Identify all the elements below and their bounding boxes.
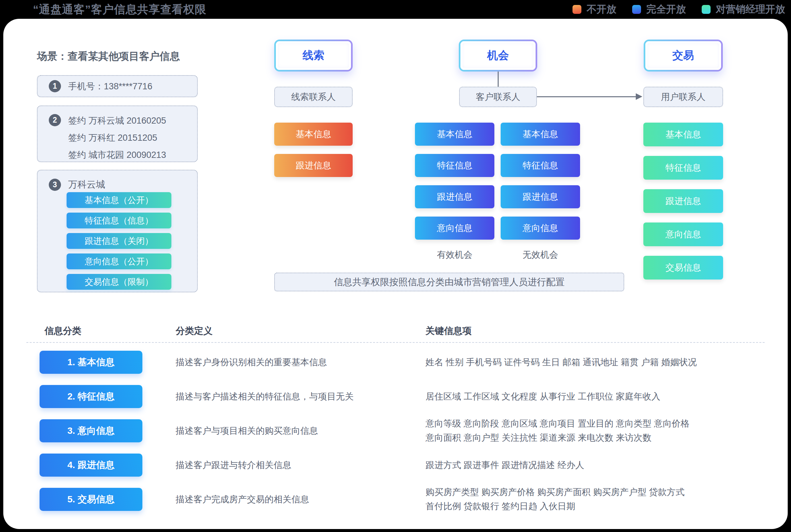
category-button: 1. 基本信息 <box>40 351 142 374</box>
key-items-line: 意向等级 意向阶段 意向区域 意向项目 置业目的 意向类型 意向价格 <box>425 417 785 431</box>
key-items-line: 意向面积 意向户型 关注抗性 渠道来源 来电次数 来访次数 <box>425 431 785 445</box>
category-button: 2. 特征信息 <box>40 385 142 408</box>
column-header-key-items: 关键信息项 <box>425 325 471 337</box>
infographic-page: “通盘通客”客户信息共享查看权限 不开放 完全开放 对营销经理开放 场景：查看某… <box>0 0 791 532</box>
legend-item-not-open: 不开放 <box>573 3 616 16</box>
step-1-badge-icon: 1 <box>49 80 61 92</box>
category-button: 5. 交易信息 <box>40 488 142 511</box>
page-title: “通盘通客”客户信息共享查看权限 <box>33 2 206 17</box>
step-1-text: 手机号：138****7716 <box>68 80 152 92</box>
valid-opportunity-box: 基本信息 <box>415 122 495 146</box>
contract-line: 签约 万科红 20151205 <box>68 129 197 146</box>
valid-opportunity-box: 意向信息 <box>415 216 495 240</box>
step-2-badge-icon: 2 <box>49 114 61 126</box>
deal-info-box: 意向信息 <box>643 223 723 246</box>
scenario-title: 场景：查看某其他项目客户信息 <box>37 50 180 63</box>
deal-info-box: 基本信息 <box>643 122 723 146</box>
top-bar: “通盘通客”客户信息共享查看权限 不开放 完全开放 对营销经理开放 <box>0 0 791 19</box>
table-row: 2. 特征信息 描述与客户描述相关的特征信息，与项目无关 居住区域 工作区域 文… <box>0 385 791 408</box>
permission-bar: 交易信息（限制） <box>66 274 171 290</box>
deal-title: 交易 <box>645 41 721 70</box>
project-name: 万科云城 <box>68 178 105 191</box>
arrow-right-icon <box>636 93 642 100</box>
table-row: 1. 基本信息 描述客户身份识别相关的重要基本信息 姓名 性别 手机号码 证件号… <box>0 351 791 374</box>
category-definition: 描述与客户描述相关的特征信息，与项目无关 <box>176 385 413 408</box>
valid-opportunity-label: 有效机会 <box>415 248 495 261</box>
valid-opportunity-box: 特征信息 <box>415 154 495 177</box>
valid-opportunity-box: 跟进信息 <box>415 185 495 208</box>
table-row: 4. 跟进信息 描述客户跟进与转介相关信息 跟进方式 跟进事件 跟进情况描述 经… <box>0 454 791 477</box>
deal-info-box: 跟进信息 <box>643 189 723 213</box>
invalid-opportunity-box: 跟进信息 <box>501 185 580 208</box>
contract-line: 签约 万科云城 20160205 <box>68 112 197 129</box>
column-header-definition: 分类定义 <box>176 325 213 337</box>
legend-swatch-orange-icon <box>573 5 581 14</box>
permission-bar: 特征信息（信息） <box>66 213 171 228</box>
invalid-opportunity-box: 特征信息 <box>501 154 580 177</box>
dashed-divider <box>26 342 765 343</box>
connector-line <box>498 72 499 87</box>
legend-label: 不开放 <box>587 3 616 16</box>
permission-bar: 基本信息（公开） <box>66 192 171 208</box>
legend-swatch-blue-icon <box>632 5 641 14</box>
lead-header-box: 线索 <box>274 40 353 72</box>
lead-title: 线索 <box>276 41 351 70</box>
invalid-opportunity-box: 基本信息 <box>501 122 580 146</box>
opportunity-contact-box: 客户联系人 <box>459 87 537 107</box>
deal-contact-box: 用户联系人 <box>643 87 723 107</box>
opportunity-title: 机会 <box>460 41 536 70</box>
column-header-category: 信息分类 <box>44 325 81 337</box>
step-3-badge-icon: 3 <box>49 179 61 191</box>
category-definition: 描述客户跟进与转介相关信息 <box>176 454 413 477</box>
legend-label: 完全开放 <box>646 3 686 16</box>
scenario-step-2: 2 签约 万科云城 20160205 签约 万科红 20151205 签约 城市… <box>37 106 198 162</box>
table-row: 3. 意向信息 描述客户与项目相关的购买意向信息 意向等级 意向阶段 意向区域 … <box>0 419 791 442</box>
contract-line: 签约 城市花园 20090213 <box>68 146 197 164</box>
legend-swatch-teal-icon <box>702 5 711 14</box>
deal-info-box: 特征信息 <box>643 156 723 179</box>
scenario-step-1: 1 手机号：138****7716 <box>37 75 198 97</box>
legend-item-manager-open: 对营销经理开放 <box>702 3 785 16</box>
category-definition: 描述客户身份识别相关的重要基本信息 <box>176 351 413 374</box>
deal-header-box: 交易 <box>644 40 723 72</box>
invalid-opportunity-label: 无效机会 <box>501 248 580 261</box>
lead-contact-box: 线索联系人 <box>274 87 353 107</box>
config-note: 信息共享权限按照信息分类由城市营销管理人员进行配置 <box>274 272 624 291</box>
category-definition: 描述客户完成房产交易的相关信息 <box>176 488 413 511</box>
key-items-line: 跟进方式 跟进事件 跟进情况描述 经办人 <box>425 458 785 472</box>
table-row: 5. 交易信息 描述客户完成房产交易的相关信息 购买房产类型 购买房产价格 购买… <box>0 488 791 511</box>
permission-bar: 跟进信息（关闭） <box>66 233 171 249</box>
legend-label: 对营销经理开放 <box>716 3 785 16</box>
category-button: 3. 意向信息 <box>40 419 142 442</box>
invalid-opportunity-box: 意向信息 <box>501 216 580 240</box>
category-definition: 描述客户与项目相关的购买意向信息 <box>176 419 413 442</box>
connector-line <box>537 96 636 97</box>
scenario-step-3: 3 万科云城 基本信息（公开） 特征信息（信息） 跟进信息（关闭） 意向信息（公… <box>37 170 198 292</box>
key-items-line: 购买房产类型 购买房产价格 购买房产面积 购买房产户型 贷款方式 <box>425 485 785 499</box>
permission-bar: 意向信息（公开） <box>66 253 171 269</box>
deal-info-box: 交易信息 <box>643 256 723 280</box>
category-button: 4. 跟进信息 <box>40 454 142 477</box>
legend: 不开放 完全开放 对营销经理开放 <box>573 0 785 19</box>
lead-info-box: 基本信息 <box>274 122 353 146</box>
key-items-line: 首付比例 贷款银行 签约日趋 入伙日期 <box>425 499 785 514</box>
key-items-line: 居住区域 工作区域 文化程度 从事行业 工作职位 家庭年收入 <box>425 390 785 404</box>
legend-item-fully-open: 完全开放 <box>632 3 686 16</box>
opportunity-header-box: 机会 <box>459 40 537 72</box>
lead-info-box: 跟进信息 <box>274 154 353 177</box>
key-items-line: 姓名 性别 手机号码 证件号码 生日 邮箱 通讯地址 籍贯 户籍 婚姻状况 <box>425 355 785 369</box>
